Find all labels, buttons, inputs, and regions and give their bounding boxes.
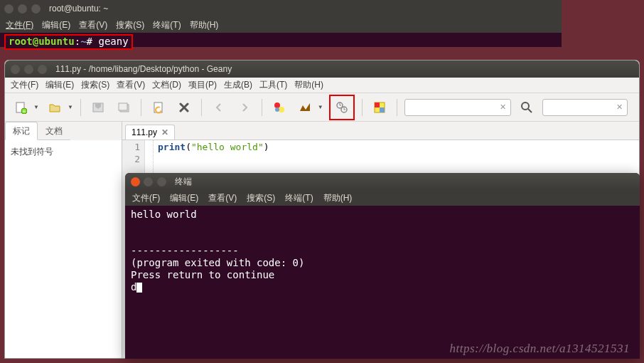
svg-rect-14 <box>380 107 385 112</box>
highlighted-execute-button <box>329 95 355 120</box>
maximize-icon[interactable] <box>31 4 41 14</box>
dropdown-icon[interactable]: ▼ <box>318 104 323 110</box>
save-all-button[interactable] <box>114 98 134 117</box>
prompt-path: ~ <box>80 36 86 47</box>
menu-view[interactable]: 查看(V) <box>117 79 145 91</box>
menu-file[interactable]: 文件(F) <box>11 79 38 91</box>
menu-terminal[interactable]: 终端(T) <box>285 192 313 204</box>
menu-search[interactable]: 搜索(S) <box>116 19 144 31</box>
editor-tab-file[interactable]: 111.py ✕ <box>125 125 175 140</box>
menu-project[interactable]: 项目(P) <box>188 79 217 91</box>
menu-tools[interactable]: 工具(T) <box>259 79 287 91</box>
maximize-icon[interactable] <box>157 177 166 186</box>
menu-file[interactable]: 文件(F) <box>6 19 33 31</box>
nav-back-button[interactable] <box>209 98 229 117</box>
minimize-icon[interactable] <box>144 177 153 186</box>
terminal-output: hello world ------------------ (program … <box>131 209 304 293</box>
output-terminal-title: 终端 <box>175 176 192 188</box>
search-button[interactable] <box>517 98 537 117</box>
svg-text:+: + <box>23 108 26 114</box>
svg-point-7 <box>274 102 280 108</box>
output-terminal-titlebar[interactable]: 终端 <box>125 173 640 190</box>
sidebar-content: 未找到符号 <box>5 140 122 358</box>
watermark-text: https://blog.csdn.net/a1314521531 <box>449 342 630 356</box>
menu-file[interactable]: 文件(F) <box>132 192 160 204</box>
root-terminal-titlebar[interactable]: root@ubuntu: ~ <box>0 0 562 17</box>
maximize-icon[interactable] <box>38 65 47 74</box>
sidebar-tab-documents[interactable]: 文档 <box>38 122 70 140</box>
compile-button[interactable] <box>269 98 289 117</box>
menu-search[interactable]: 搜索(S) <box>81 79 109 91</box>
cursor-icon <box>136 283 142 293</box>
goto-line-field[interactable]: ✕ <box>542 99 628 116</box>
svg-rect-5 <box>119 103 127 110</box>
save-button[interactable] <box>88 98 108 117</box>
svg-rect-13 <box>375 102 380 107</box>
close-file-button[interactable] <box>174 98 194 117</box>
output-terminal-body[interactable]: hello world ------------------ (program … <box>125 206 640 296</box>
menu-help[interactable]: 帮助(H) <box>323 192 353 204</box>
svg-point-8 <box>279 107 284 112</box>
svg-point-9 <box>275 107 279 112</box>
separator <box>201 99 202 116</box>
geany-toolbar: + ▼ ▼ ▼ ✕ ✕ <box>5 93 639 122</box>
output-terminal-window: 终端 文件(F) 编辑(E) 查看(V) 搜索(S) 终端(T) 帮助(H) h… <box>125 173 640 359</box>
geany-menubar: 文件(F) 编辑(E) 搜索(S) 查看(V) 文档(D) 项目(P) 生成(B… <box>5 78 639 93</box>
menu-help[interactable]: 帮助(H) <box>190 19 219 31</box>
build-button[interactable] <box>295 98 315 117</box>
minimize-icon[interactable] <box>18 4 27 14</box>
clear-icon[interactable]: ✕ <box>616 102 623 112</box>
sidebar-tab-symbols[interactable]: 标记 <box>5 122 38 140</box>
dropdown-icon[interactable]: ▼ <box>33 104 39 110</box>
svg-point-15 <box>522 102 529 110</box>
close-icon[interactable] <box>131 177 140 186</box>
root-terminal-body[interactable]: root@ubuntu:~# geany <box>0 33 562 47</box>
menu-view[interactable]: 查看(V) <box>208 192 237 204</box>
typed-command: geany <box>98 36 128 47</box>
output-terminal-menubar: 文件(F) 编辑(E) 查看(V) 搜索(S) 终端(T) 帮助(H) <box>125 190 640 206</box>
geany-sidebar: 标记 文档 未找到符号 <box>5 122 122 358</box>
close-icon[interactable] <box>4 4 14 14</box>
menu-search[interactable]: 搜索(S) <box>247 192 275 204</box>
search-field[interactable]: ✕ <box>404 99 511 116</box>
separator <box>262 99 262 116</box>
clear-icon[interactable]: ✕ <box>500 102 506 112</box>
open-file-button[interactable] <box>45 98 65 117</box>
svg-line-16 <box>528 109 532 112</box>
execute-button[interactable] <box>332 98 352 117</box>
menu-view[interactable]: 查看(V) <box>79 19 107 31</box>
revert-button[interactable] <box>149 98 168 117</box>
new-file-button[interactable]: + <box>11 98 31 117</box>
menu-edit[interactable]: 编辑(E) <box>42 19 70 31</box>
close-icon[interactable] <box>11 65 20 74</box>
color-chooser-button[interactable] <box>370 98 390 117</box>
nav-forward-button[interactable] <box>235 98 254 117</box>
highlighted-command: root@ubuntu:~# geany <box>4 34 133 50</box>
menu-edit[interactable]: 编辑(E) <box>170 192 198 204</box>
menu-document[interactable]: 文档(D) <box>152 79 181 91</box>
root-terminal-title: root@ubuntu: ~ <box>49 4 108 14</box>
close-tab-icon[interactable]: ✕ <box>161 127 168 137</box>
prompt-user: root@ubuntu <box>9 36 75 47</box>
dropdown-icon[interactable]: ▼ <box>68 104 73 110</box>
menu-build[interactable]: 生成(B) <box>224 79 252 91</box>
separator <box>397 99 397 116</box>
menu-help[interactable]: 帮助(H) <box>294 79 323 91</box>
geany-title: 111.py - /home/libang/Desktop/python - G… <box>55 64 232 74</box>
separator <box>80 99 81 116</box>
editor-tab-label: 111.py <box>132 127 157 137</box>
root-terminal-window: root@ubuntu: ~ 文件(F) 编辑(E) 查看(V) 搜索(S) 终… <box>0 0 562 61</box>
root-terminal-menubar: 文件(F) 编辑(E) 查看(V) 搜索(S) 终端(T) 帮助(H) <box>0 17 562 33</box>
menu-edit[interactable]: 编辑(E) <box>45 79 74 91</box>
geany-titlebar[interactable]: 111.py - /home/libang/Desktop/python - G… <box>5 60 639 78</box>
separator <box>362 99 363 116</box>
minimize-icon[interactable] <box>24 65 33 74</box>
separator <box>141 99 141 116</box>
menu-terminal[interactable]: 终端(T) <box>153 19 181 31</box>
